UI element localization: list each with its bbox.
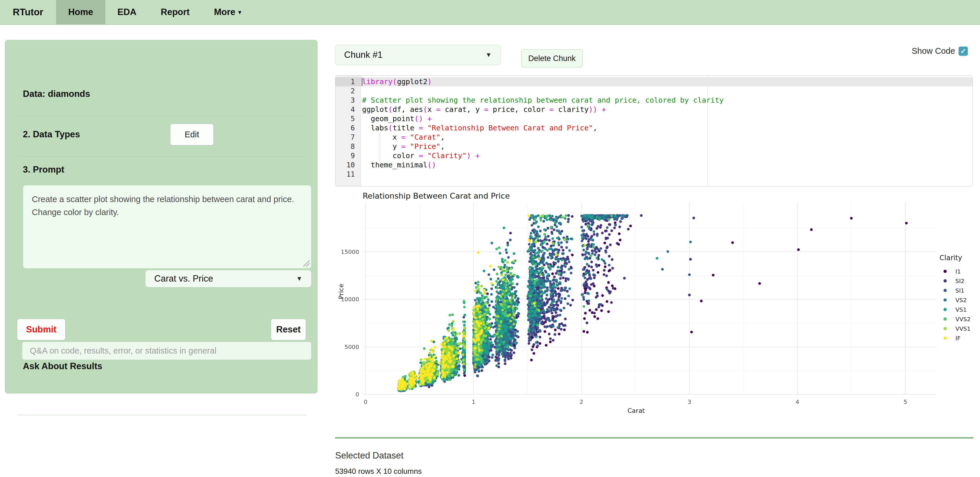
nav-tab-more[interactable]: More▾ (202, 0, 253, 24)
dataset-dimensions: 53940 rows X 10 columns (335, 467, 422, 476)
line-number: 5 (337, 114, 355, 124)
legend-item: VS2 (939, 295, 971, 305)
nav-tab-report[interactable]: Report (148, 0, 202, 24)
code-line: theme_minimal() (362, 160, 972, 170)
line-number: 1 (336, 77, 361, 86)
line-number: 10 (337, 160, 355, 170)
legend-dot-icon (943, 298, 947, 301)
legend-label: IF (955, 335, 960, 342)
chunk-select[interactable]: Chunk #1 ▼ (335, 45, 501, 65)
y-tick-label: 5000 (339, 344, 359, 350)
code-line (362, 170, 972, 179)
prompt-textarea[interactable] (23, 185, 312, 269)
legend-item: VVS1 (939, 324, 971, 333)
legend-dot-icon (943, 289, 947, 292)
line-number: 7 (337, 133, 355, 142)
section-divider (335, 437, 974, 439)
nav-tab-eda[interactable]: EDA (105, 0, 148, 24)
legend-label: SI1 (955, 287, 964, 294)
qa-input[interactable] (22, 342, 312, 360)
control-panel: Data: diamonds 2. Data Types Edit 3. Pro… (5, 40, 318, 393)
data-types-heading: 2. Data Types (23, 129, 80, 139)
x-axis-title: Carat (627, 407, 645, 414)
code-line (362, 86, 972, 96)
selected-dataset-heading: Selected Dataset (335, 450, 404, 461)
legend-label: SI2 (955, 277, 964, 284)
chunk-select-value: Chunk #1 (344, 50, 383, 60)
reset-button[interactable]: Reset (271, 319, 306, 340)
textarea-resize-handle[interactable] (303, 260, 310, 267)
ask-results-heading: Ask About Results (23, 361, 102, 371)
legend-label: VVS1 (955, 325, 971, 332)
code-line: library(ggplot2) (362, 77, 972, 86)
legend-dot-icon (943, 279, 947, 282)
y-tick-label: 15000 (339, 248, 359, 255)
x-tick-label: 0 (357, 398, 374, 405)
x-tick-label: 2 (573, 398, 590, 405)
show-code-checkbox[interactable]: ✓ (959, 46, 968, 56)
navbar: RTutor HomeEDAReportMore▾ (0, 0, 980, 25)
code-line: labs(title = "Relationship Between Carat… (362, 124, 972, 133)
nav-tab-home[interactable]: Home (56, 0, 105, 24)
scatter-plot: Relationship Between Carat and Price 012… (335, 188, 980, 419)
chevron-down-icon: ▾ (238, 9, 241, 16)
plot-legend: Clarity I1SI2SI1VS2VS1VVS2VVS1IF (939, 254, 971, 343)
y-axis-title: Price (337, 284, 345, 299)
code-editor[interactable]: 1234567891011 library(ggplot2)# Scatter … (335, 76, 973, 187)
scatter-canvas (335, 188, 980, 419)
legend-label: VS1 (955, 306, 967, 313)
legend-item: IF (939, 333, 971, 343)
legend-item: VVS2 (939, 314, 971, 324)
data-label: Data: diamonds (23, 89, 90, 99)
code-text[interactable]: library(ggplot2)# Scatter plot showing t… (362, 77, 972, 179)
chevron-down-icon: ▼ (485, 51, 492, 59)
submit-button[interactable]: Submit (17, 319, 65, 340)
legend-dot-icon (943, 317, 947, 321)
legend-label: I1 (955, 268, 961, 275)
chevron-down-icon: ▼ (296, 275, 302, 282)
legend-dot-icon (943, 308, 947, 311)
line-number: 11 (337, 170, 355, 179)
line-number-gutter: 1234567891011 (336, 76, 361, 186)
legend-item: SI1 (939, 285, 971, 295)
legend-item: SI2 (939, 276, 971, 285)
legend-item: VS1 (939, 305, 971, 314)
line-number: 2 (337, 86, 355, 96)
preset-select-value: Carat vs. Price (154, 274, 213, 284)
delete-chunk-button[interactable]: Delete Chunk (521, 49, 582, 67)
legend-dot-icon (943, 336, 947, 340)
divider (18, 156, 306, 157)
app-brand: RTutor (0, 0, 56, 24)
legend-title: Clarity (939, 254, 971, 262)
line-number: 8 (337, 142, 355, 151)
legend-label: VVS2 (955, 316, 971, 323)
legend-dot-icon (943, 327, 947, 330)
edit-button[interactable]: Edit (170, 124, 213, 146)
x-tick-label: 3 (681, 398, 698, 405)
legend-item: I1 (939, 266, 971, 276)
code-line: geom_point() + (362, 114, 972, 124)
code-line: ggplot(df, aes(x = carat, y = price, col… (362, 105, 972, 114)
show-code-label: Show Code (912, 46, 955, 56)
code-line: # Scatter plot showing the relationship … (362, 96, 972, 105)
prompt-heading: 3. Prompt (23, 165, 64, 175)
x-tick-label: 1 (465, 398, 482, 405)
line-number: 9 (337, 151, 355, 160)
code-line: color = "Clarity") + (362, 151, 972, 160)
code-line: x = "Carat", (362, 133, 972, 142)
line-number: 6 (337, 124, 355, 133)
line-number: 4 (337, 105, 355, 114)
legend-dot-icon (943, 270, 947, 273)
code-line: y = "Price", (362, 142, 972, 151)
divider (18, 116, 306, 117)
preset-select[interactable]: Carat vs. Price ▼ (145, 270, 312, 287)
divider (18, 415, 306, 415)
line-number: 3 (337, 96, 355, 105)
legend-label: VS2 (955, 296, 967, 304)
x-tick-label: 5 (897, 398, 914, 405)
y-tick-label: 0 (339, 391, 359, 398)
x-tick-label: 4 (789, 398, 806, 405)
